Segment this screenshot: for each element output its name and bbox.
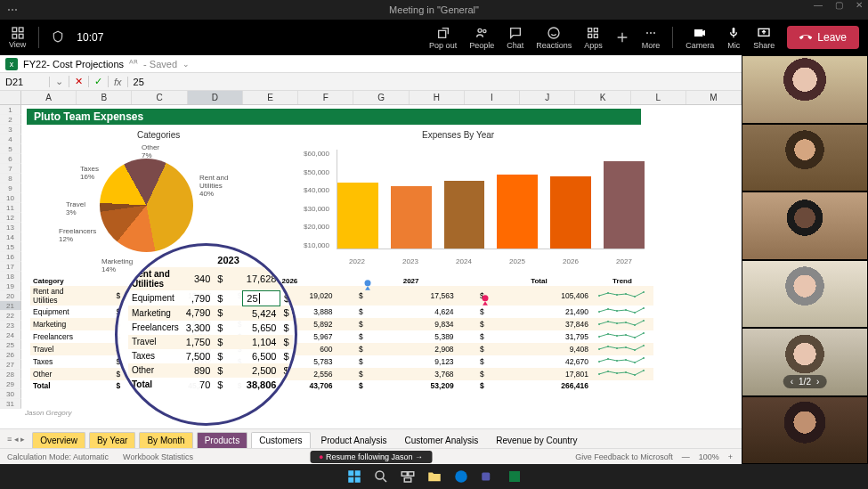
teams-icon[interactable] [480,469,496,485]
svg-rect-66 [402,472,407,477]
chevron-down-icon[interactable]: ⌄ [183,60,190,69]
svg-point-52 [643,357,645,359]
col-header[interactable]: B [77,91,132,104]
start-icon[interactable] [346,469,362,485]
video-tile[interactable] [742,260,868,329]
pie-label: Other 7% [142,144,159,160]
svg-rect-64 [354,477,360,483]
popout-button[interactable]: Pop out [429,26,457,50]
resume-following-button[interactable]: ● Resume following Jason → [310,451,432,463]
svg-point-47 [598,361,600,363]
confirm-edit-icon[interactable]: ✓ [89,76,109,87]
share-button[interactable]: Share [753,26,775,50]
camera-button[interactable]: Camera [685,26,714,50]
add-button[interactable] [615,30,629,45]
col-header[interactable]: L [631,91,686,104]
col-header-active[interactable]: D [188,91,243,104]
video-tile[interactable] [742,192,868,260]
leave-button[interactable]: Leave [787,26,859,49]
col-header[interactable]: H [410,91,465,104]
tab-overview[interactable]: Overview [32,432,85,448]
chevron-left-icon[interactable]: ‹ [791,377,793,387]
name-box[interactable]: D21 [0,77,50,87]
edge-icon[interactable] [453,469,469,485]
svg-point-45 [634,349,636,351]
fx-icon[interactable]: fx [109,77,128,87]
tab-product-analysis[interactable]: Product Analysis [314,433,394,448]
video-tile[interactable]: ‹ 1/2 › [742,328,868,396]
svg-point-28 [643,307,645,309]
doc-title[interactable]: FY22- Cost Projections [23,59,124,69]
video-tile[interactable] [742,396,868,465]
presence-icon: ᴬᴿ [129,58,138,69]
svg-point-56 [625,371,627,373]
tab-customers[interactable]: Customers [251,432,310,448]
col-header[interactable]: J [520,91,575,104]
svg-point-49 [616,360,618,362]
col-header[interactable]: G [353,91,409,104]
people-button[interactable]: People [469,26,494,50]
apps-button[interactable]: Apps [584,26,603,50]
minimize-icon[interactable]: — [814,0,823,10]
workbook-stats[interactable]: Workbook Statistics [123,452,193,461]
close-icon[interactable]: ✕ [856,0,863,10]
svg-point-13 [650,32,652,34]
excel-taskbar-icon[interactable] [507,469,523,485]
formula-input[interactable]: 25 [128,77,742,87]
col-header[interactable]: K [575,91,630,104]
chevron-right-icon[interactable]: › [816,377,819,387]
name-box-dropdown-icon[interactable]: ⌄ [50,76,69,87]
chat-button[interactable]: Chat [507,26,523,50]
svg-rect-4 [438,30,445,37]
svg-point-58 [643,370,645,371]
col-header[interactable]: I [465,91,520,104]
maximize-icon[interactable]: ▢ [835,0,843,10]
svg-point-57 [634,374,636,376]
video-tile[interactable] [742,55,868,124]
svg-point-31 [616,322,618,324]
reactions-button[interactable]: Reactions [536,26,572,50]
more-button[interactable]: More [642,26,661,50]
explorer-icon[interactable] [426,469,442,485]
col-header[interactable]: F [298,91,353,104]
svg-point-43 [616,347,618,349]
teams-title-bar: ⋯ Meeting in "General" — ▢ ✕ [0,0,868,20]
spreadsheet-grid[interactable]: 1234567891011121314151617181920212223242… [0,105,742,428]
search-icon[interactable] [373,469,389,485]
calc-mode[interactable]: Calculation Mode: Automatic [7,452,109,461]
menu-dots-icon[interactable]: ⋯ [7,4,18,16]
zoom-in-icon[interactable]: + [728,452,733,461]
col-header[interactable]: M [686,91,742,104]
svg-rect-63 [348,477,353,483]
zoom-level[interactable]: 100% [699,452,719,461]
presence-cursor-pink [479,294,491,306]
shield-icon[interactable] [52,30,64,45]
task-view-icon[interactable] [400,469,416,485]
svg-point-20 [625,293,627,295]
svg-rect-15 [733,28,735,34]
svg-point-30 [607,321,609,322]
video-tile[interactable] [742,124,868,192]
feedback-link[interactable]: Give Feedback to Microsoft [575,452,673,461]
mic-button[interactable]: Mic [726,26,741,50]
excel-title-bar: x FY22- Cost Projections ᴬᴿ - Saved ⌄ [0,55,742,73]
view-button[interactable]: View [9,26,26,49]
tab-revenue[interactable]: Revenue by Country [489,433,584,448]
zoom-out-icon[interactable]: — [682,452,690,461]
cancel-edit-icon[interactable]: ✕ [69,76,89,87]
svg-point-6 [483,29,486,32]
tab-byyear[interactable]: By Year [89,432,135,448]
svg-point-17 [598,295,600,297]
svg-rect-1 [19,28,23,32]
video-pager[interactable]: ‹ 1/2 › [783,375,827,388]
col-header[interactable]: A [21,91,77,104]
pie-chart [100,159,193,252]
tab-bymonth[interactable]: By Month [139,432,192,448]
svg-point-12 [646,32,648,34]
col-header[interactable]: E [243,91,298,104]
tab-products[interactable]: Products [197,432,247,448]
tab-customer-analysis[interactable]: Customer Analysis [397,433,485,448]
sheet-nav-icon[interactable]: ≡ ◂ ▸ [7,435,25,444]
col-header[interactable]: C [132,91,187,104]
hover-user-name: Jason Gregory [25,410,71,418]
